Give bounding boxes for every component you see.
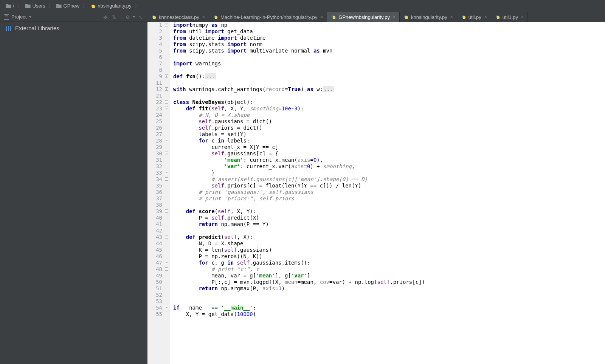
close-icon[interactable]: × [202, 14, 205, 20]
fold-collapse-icon[interactable] [165, 261, 168, 264]
editor-tab[interactable]: util.py× [457, 12, 491, 22]
close-icon[interactable]: × [450, 14, 453, 20]
line-number[interactable]: 12 [147, 86, 170, 93]
line-number[interactable]: 42 [147, 228, 170, 234]
line-number[interactable]: 30 [147, 150, 170, 157]
close-icon[interactable]: × [392, 14, 396, 20]
hide-icon[interactable] [139, 14, 144, 19]
line-number[interactable]: 34 [147, 176, 170, 183]
line-number[interactable]: 54 [147, 305, 170, 311]
sidebar-title[interactable]: Project [11, 14, 26, 20]
line-number[interactable]: 38 [147, 202, 170, 208]
code-line[interactable]: from util import get_data [173, 28, 605, 35]
line-number[interactable]: 41 [147, 221, 170, 228]
code-line[interactable] [173, 202, 605, 208]
line-number[interactable]: 8 [147, 67, 170, 73]
line-number[interactable]: 45 [147, 247, 170, 253]
sort-icon[interactable] [112, 14, 117, 19]
code-line[interactable]: from scipy.stats import norm [173, 41, 605, 48]
fold-collapse-icon[interactable] [165, 306, 168, 309]
line-number[interactable]: 39 [147, 208, 170, 215]
code-line[interactable] [173, 80, 605, 86]
code-line[interactable]: class NaiveBayes(object): [173, 99, 605, 105]
code-line[interactable]: for c in labels: [173, 138, 605, 144]
line-number[interactable]: 33 [147, 170, 170, 176]
fold-collapse-icon[interactable] [165, 171, 168, 174]
line-number[interactable]: 26 [147, 125, 170, 131]
code-line[interactable]: } [173, 170, 605, 176]
code-line[interactable]: def fxn():... [173, 73, 605, 80]
code-line[interactable]: # print "gaussians:", self.gaussians [173, 189, 605, 195]
code-line[interactable]: P = self.predict(X) [173, 215, 605, 221]
code-line[interactable]: X, Y = get_data(10000) [173, 311, 605, 318]
code-line[interactable]: # N, D = X.shape [173, 112, 605, 118]
line-number[interactable]: 31 [147, 157, 170, 163]
crumb-file[interactable]: nbsingularity.py [88, 3, 133, 9]
code-line[interactable] [173, 228, 605, 234]
close-icon[interactable]: × [320, 14, 323, 20]
line-gutter[interactable]: 1234567891112212223242526272829303132333… [147, 22, 170, 364]
code-line[interactable]: with warnings.catch_warnings(record=True… [173, 86, 605, 93]
code-line[interactable]: return np.argmax(P, axis=1) [173, 285, 605, 292]
code-line[interactable]: def fit(self, X, Y, smoothing=10e-3): [173, 105, 605, 112]
code-line[interactable]: for c, g in self.gaussians.items(): [173, 260, 605, 266]
code-line[interactable]: P = np.zeros((N, K)) [173, 253, 605, 260]
code-line[interactable]: # assert(self.gaussians[c]['mean'].shape… [173, 176, 605, 183]
fold-collapse-icon[interactable] [165, 267, 168, 271]
editor-tab[interactable]: knnsingularity.py× [400, 12, 457, 22]
fold-collapse-icon[interactable] [165, 152, 168, 155]
line-number[interactable]: 46 [147, 253, 170, 260]
code-line[interactable]: 'mean': current_x.mean(axis=0), [173, 157, 605, 163]
project-view-icon[interactable] [4, 14, 9, 20]
editor-tab[interactable]: knnnestedclass.py× [147, 12, 209, 22]
code-line[interactable]: self.priors = dict() [173, 125, 605, 131]
line-number[interactable]: 3 [147, 35, 170, 41]
close-icon[interactable]: × [484, 14, 487, 20]
code-line[interactable]: 'var': current_x.var(axis=0) + smoothing… [173, 163, 605, 170]
fold-collapse-icon[interactable] [165, 139, 168, 142]
line-number[interactable]: 22 [147, 99, 170, 105]
code-line[interactable]: P[:,c] = mvn.logpdf(X, mean=mean, cov=va… [173, 279, 605, 285]
crumb-gpnew[interactable]: GPnew [54, 3, 82, 9]
line-number[interactable]: 53 [147, 298, 170, 305]
fold-expand-icon[interactable] [165, 74, 168, 78]
line-number[interactable]: 47 [147, 260, 170, 266]
code-line[interactable]: return np.mean(P == Y) [173, 221, 605, 228]
code-line[interactable]: importnumpy as np [173, 22, 605, 28]
line-number[interactable]: 36 [147, 189, 170, 195]
locate-icon[interactable] [103, 14, 108, 19]
line-number[interactable]: 35 [147, 183, 170, 189]
code-line[interactable]: # print "c:", c [173, 266, 605, 273]
line-number[interactable]: 6 [147, 54, 170, 60]
line-number[interactable]: 43 [147, 234, 170, 240]
line-number[interactable]: 55 [147, 311, 170, 318]
line-number[interactable]: 51 [147, 285, 170, 292]
line-number[interactable]: 24 [147, 112, 170, 118]
crumb-users[interactable]: Users [23, 3, 47, 9]
line-number[interactable]: 9 [147, 73, 170, 80]
editor-tab[interactable]: Machine-Learning-in-Python/nbsingularity… [209, 12, 327, 22]
code-line[interactable] [173, 292, 605, 298]
line-number[interactable]: 1 [147, 22, 170, 28]
line-number[interactable]: 4 [147, 41, 170, 48]
line-number[interactable]: 48 [147, 266, 170, 273]
code-line[interactable]: labels = set(Y) [173, 131, 605, 138]
fold-collapse-icon[interactable] [165, 100, 168, 104]
line-number[interactable]: 27 [147, 131, 170, 138]
code-line[interactable]: import warnings [173, 60, 605, 67]
fold-expand-icon[interactable] [165, 87, 168, 91]
editor-tab[interactable]: util1.py× [491, 12, 528, 22]
line-number[interactable]: 50 [147, 279, 170, 285]
fold-collapse-icon[interactable] [165, 209, 168, 213]
line-number[interactable]: 44 [147, 240, 170, 247]
line-number[interactable]: 40 [147, 215, 170, 221]
code-line[interactable]: def predict(self, X): [173, 234, 605, 240]
external-libraries-node[interactable]: External Libraries [0, 22, 147, 34]
line-number[interactable]: 25 [147, 118, 170, 125]
line-number[interactable]: 28 [147, 138, 170, 144]
code-line[interactable] [173, 298, 605, 305]
line-number[interactable]: 7 [147, 60, 170, 67]
fold-collapse-icon[interactable] [165, 23, 168, 26]
code-line[interactable]: def score(self, X, Y): [173, 208, 605, 215]
code-line[interactable] [173, 54, 605, 60]
